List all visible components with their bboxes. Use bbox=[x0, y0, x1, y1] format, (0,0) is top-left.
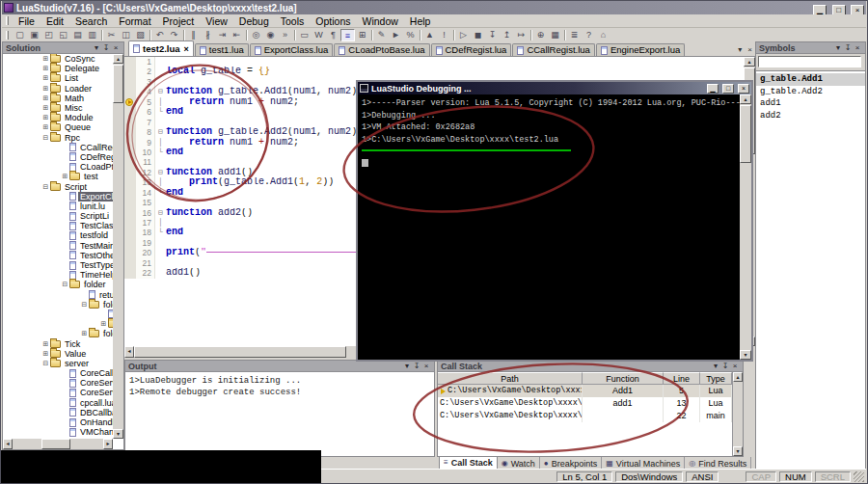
close-icon[interactable]: × bbox=[730, 362, 740, 370]
console-close-button[interactable]: × bbox=[738, 84, 749, 94]
expander-icon[interactable]: ⊟ bbox=[80, 300, 89, 309]
scroll-left-icon[interactable]: ◂ bbox=[124, 346, 134, 358]
tree-item[interactable]: ⊟server bbox=[3, 359, 113, 368]
pin-icon[interactable]: ↧ bbox=[101, 43, 111, 52]
find-next-button[interactable]: » bbox=[278, 29, 292, 41]
panel-menu-icon[interactable]: ▾ bbox=[833, 43, 843, 52]
callstack-row[interactable]: C:\Users\VxGame\Desktop\xxxx\...Add15Lua bbox=[438, 385, 743, 397]
bookmark-button[interactable]: ▭ bbox=[297, 29, 312, 41]
save-button[interactable]: ▤ bbox=[70, 29, 85, 41]
tree-item[interactable]: TestType bbox=[3, 260, 113, 270]
tree-item[interactable]: CCallReg bbox=[3, 143, 113, 152]
expander-icon[interactable]: ⊞ bbox=[41, 94, 50, 103]
scroll-thumb[interactable] bbox=[113, 65, 123, 103]
menu-search[interactable]: Search bbox=[69, 15, 113, 27]
tree-item[interactable]: ExportCl bbox=[3, 192, 113, 202]
close-icon[interactable]: × bbox=[853, 43, 862, 52]
syntax-check-button[interactable]: ! bbox=[437, 29, 451, 41]
menu-tools[interactable]: Tools bbox=[275, 15, 311, 27]
scroll-down-icon[interactable]: ▾ bbox=[113, 429, 123, 439]
breakpoint-margin[interactable] bbox=[124, 177, 136, 187]
panel-menu-icon[interactable]: ▾ bbox=[711, 362, 720, 370]
symbol-item[interactable]: add2 bbox=[756, 110, 865, 122]
console-minimize-button[interactable]: ▁ bbox=[707, 84, 719, 94]
callstack-row[interactable]: C:\Users\VxGame\Desktop\xxxx\...22main bbox=[438, 410, 743, 422]
tree-item[interactable]: CoreServer. bbox=[3, 378, 113, 388]
breakpoint-margin[interactable] bbox=[124, 57, 136, 67]
tree-item[interactable]: ⊞Tick bbox=[3, 338, 113, 348]
breakpoint-margin[interactable] bbox=[124, 228, 136, 237]
tree-item[interactable]: lunit.lu bbox=[3, 202, 113, 211]
breakpoint-margin[interactable] bbox=[124, 238, 136, 248]
tree-item[interactable]: OnHandleR&C bbox=[3, 417, 113, 427]
tab-cdefregist-lua[interactable]: CDefRegist.lua bbox=[431, 43, 512, 56]
scroll-down-icon[interactable]: ▾ bbox=[740, 350, 751, 360]
scroll-up-icon[interactable]: ▴ bbox=[113, 54, 123, 64]
run-button[interactable]: ► bbox=[389, 29, 403, 41]
tree-item[interactable]: cpcall.lua bbox=[3, 398, 113, 408]
tree-item[interactable]: ⊞Value bbox=[3, 349, 113, 359]
debug-console-window[interactable]: LuaStudio Debugging ... ▁ □ × 1>-----Par… bbox=[356, 80, 753, 362]
tab-test1-lua[interactable]: test1.lua bbox=[195, 43, 249, 56]
paste-button[interactable]: ▧ bbox=[133, 29, 148, 41]
panel-menu-icon[interactable]: ▾ bbox=[92, 43, 101, 52]
open-file-button[interactable]: ◰ bbox=[41, 29, 56, 41]
fold-margin[interactable]: ⊟ bbox=[155, 168, 166, 177]
comment-button[interactable]: ∥ bbox=[186, 29, 201, 41]
tree-item[interactable]: CoreServerC bbox=[3, 388, 113, 397]
menu-view[interactable]: View bbox=[200, 15, 233, 27]
step-into-button[interactable]: ↧ bbox=[485, 29, 500, 41]
print-button[interactable]: ≣ bbox=[567, 29, 582, 41]
watch-window-button[interactable]: ▦ bbox=[548, 29, 562, 41]
menu-edit[interactable]: Edit bbox=[41, 15, 69, 27]
new-project-button[interactable]: ▣ bbox=[27, 29, 41, 41]
tab-engineexport-lua[interactable]: EngineExport.lua bbox=[596, 43, 685, 56]
expander-icon[interactable]: ⊞ bbox=[41, 113, 50, 122]
breakpoint-margin[interactable] bbox=[124, 138, 136, 148]
breakpoint-margin[interactable] bbox=[124, 77, 136, 87]
expander-icon[interactable]: ⊟ bbox=[41, 359, 50, 368]
close-icon[interactable]: × bbox=[421, 362, 431, 370]
fold-margin[interactable]: ⊟ bbox=[155, 208, 166, 218]
cut-button[interactable]: ✂ bbox=[104, 29, 119, 41]
outdent-button[interactable]: ⇤ bbox=[230, 29, 244, 41]
scroll-thumb[interactable] bbox=[134, 346, 346, 358]
tree-item[interactable]: ⊞Math bbox=[3, 94, 113, 103]
tree-item[interactable]: VMChannelMg bbox=[3, 427, 113, 437]
tree-item[interactable]: ⊟folder bbox=[3, 280, 113, 289]
callstack-scrollbar[interactable]: ▴ ▾ bbox=[732, 372, 743, 456]
expander-icon[interactable]: ⊞ bbox=[41, 103, 50, 113]
column-header-type[interactable]: Type bbox=[700, 372, 732, 385]
scroll-up-icon[interactable]: ▴ bbox=[740, 94, 751, 104]
resize-grip[interactable] bbox=[854, 471, 864, 482]
column-header-function[interactable]: Function bbox=[583, 372, 664, 385]
tree-item[interactable]: DBCallbackC bbox=[3, 408, 113, 417]
column-header-line[interactable]: Line bbox=[664, 372, 700, 385]
toggle-breakpoint-button[interactable]: ⊕ bbox=[533, 29, 548, 41]
breakpoint-margin[interactable] bbox=[124, 97, 136, 107]
scroll-down-icon[interactable]: ▾ bbox=[733, 446, 743, 456]
expander-icon[interactable]: ⊞ bbox=[41, 339, 50, 349]
word-wrap-button[interactable]: W bbox=[312, 29, 326, 41]
scroll-left-icon[interactable]: ◂ bbox=[3, 439, 13, 449]
panel-menu-icon[interactable]: ▾ bbox=[402, 362, 412, 370]
build-button[interactable]: ▲ bbox=[422, 29, 437, 41]
breakpoint-margin[interactable] bbox=[124, 118, 136, 127]
menu-format[interactable]: Format bbox=[113, 15, 156, 27]
tab-cloadptobase-lua[interactable]: CLoadPtoBase.lua bbox=[334, 43, 429, 56]
tree-item[interactable]: retu bbox=[3, 290, 113, 300]
tree-item[interactable]: ⊞f bbox=[3, 319, 113, 329]
close-icon[interactable]: × bbox=[111, 43, 121, 52]
breakpoint-margin[interactable] bbox=[124, 127, 136, 137]
find-button[interactable]: ◎ bbox=[249, 29, 263, 41]
tree-item[interactable]: ⊞Loader bbox=[3, 84, 113, 94]
tree-item[interactable]: ⊞Queue bbox=[3, 122, 113, 132]
breakpoint-margin[interactable] bbox=[124, 208, 136, 218]
breakpoint-margin[interactable] bbox=[124, 67, 136, 76]
breakpoint-margin[interactable] bbox=[124, 188, 136, 198]
step-over-button[interactable]: ↦ bbox=[514, 29, 529, 41]
breakpoint-margin[interactable] bbox=[124, 268, 136, 278]
pin-icon[interactable]: ↧ bbox=[843, 43, 853, 52]
scroll-right-icon[interactable]: ▸ bbox=[103, 439, 113, 449]
undo-button[interactable]: ↶ bbox=[152, 29, 167, 41]
